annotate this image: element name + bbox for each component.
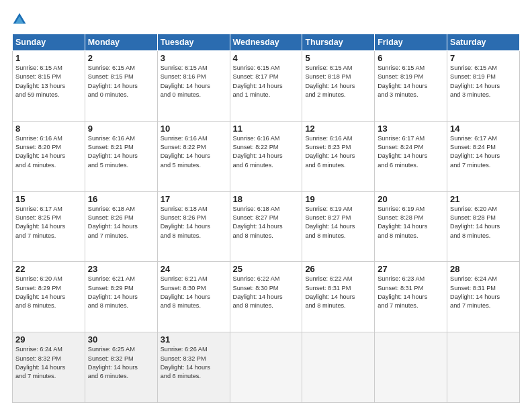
calendar-cell: 19Sunrise: 6:19 AMSunset: 8:27 PMDayligh… — [302, 191, 375, 262]
calendar-cell: 6Sunrise: 6:15 AMSunset: 8:19 PMDaylight… — [375, 51, 447, 122]
day-info: Sunrise: 6:15 AMSunset: 8:15 PMDaylight:… — [88, 64, 154, 99]
day-info: Sunrise: 6:18 AMSunset: 8:26 PMDaylight:… — [161, 205, 227, 240]
day-number: 21 — [450, 194, 517, 204]
day-info: Sunrise: 6:16 AMSunset: 8:22 PMDaylight:… — [161, 134, 227, 170]
calendar-table: SundayMondayTuesdayWednesdayThursdayFrid… — [12, 34, 520, 403]
day-number: 20 — [378, 194, 444, 204]
calendar-cell: 18Sunrise: 6:18 AMSunset: 8:27 PMDayligh… — [230, 191, 302, 262]
day-number: 2 — [88, 53, 154, 63]
calendar-cell: 17Sunrise: 6:18 AMSunset: 8:26 PMDayligh… — [157, 191, 230, 262]
calendar-cell: 10Sunrise: 6:16 AMSunset: 8:22 PMDayligh… — [157, 121, 230, 191]
day-info: Sunrise: 6:18 AMSunset: 8:27 PMDaylight:… — [233, 205, 300, 240]
day-header-thursday: Thursday — [302, 34, 375, 51]
calendar-cell: 29Sunrise: 6:24 AMSunset: 8:32 PMDayligh… — [13, 332, 85, 403]
calendar-cell: 14Sunrise: 6:17 AMSunset: 8:24 PMDayligh… — [447, 121, 520, 191]
calendar-cell: 15Sunrise: 6:17 AMSunset: 8:25 PMDayligh… — [13, 191, 85, 262]
day-number: 15 — [15, 194, 82, 204]
calendar-cell — [302, 332, 375, 403]
day-info: Sunrise: 6:25 AMSunset: 8:32 PMDaylight:… — [88, 345, 154, 381]
day-header-sunday: Sunday — [13, 34, 85, 51]
page: SundayMondayTuesdayWednesdayThursdayFrid… — [0, 0, 532, 411]
calendar-week-row: 1Sunrise: 6:15 AMSunset: 8:15 PMDaylight… — [13, 51, 520, 122]
logo — [12, 12, 30, 27]
day-header-tuesday: Tuesday — [157, 34, 230, 51]
calendar-cell: 24Sunrise: 6:21 AMSunset: 8:30 PMDayligh… — [157, 262, 230, 332]
calendar-cell: 27Sunrise: 6:23 AMSunset: 8:31 PMDayligh… — [375, 262, 447, 332]
day-info: Sunrise: 6:26 AMSunset: 8:32 PMDaylight:… — [161, 345, 227, 381]
calendar-cell: 31Sunrise: 6:26 AMSunset: 8:32 PMDayligh… — [157, 332, 230, 403]
day-number: 7 — [450, 53, 517, 63]
calendar-cell: 12Sunrise: 6:16 AMSunset: 8:23 PMDayligh… — [302, 121, 375, 191]
day-info: Sunrise: 6:17 AMSunset: 8:25 PMDaylight:… — [15, 205, 82, 240]
day-number: 10 — [161, 124, 227, 134]
day-number: 4 — [233, 53, 300, 63]
calendar-cell: 22Sunrise: 6:20 AMSunset: 8:29 PMDayligh… — [13, 262, 85, 332]
day-header-friday: Friday — [375, 34, 447, 51]
day-info: Sunrise: 6:21 AMSunset: 8:30 PMDaylight:… — [161, 275, 227, 310]
day-number: 26 — [305, 264, 371, 274]
calendar-cell: 26Sunrise: 6:22 AMSunset: 8:31 PMDayligh… — [302, 262, 375, 332]
day-info: Sunrise: 6:16 AMSunset: 8:20 PMDaylight:… — [15, 134, 82, 170]
calendar-cell: 8Sunrise: 6:16 AMSunset: 8:20 PMDaylight… — [13, 121, 85, 191]
logo-icon — [12, 12, 27, 27]
day-number: 31 — [161, 334, 227, 345]
day-number: 1 — [15, 53, 82, 63]
day-info: Sunrise: 6:15 AMSunset: 8:19 PMDaylight:… — [450, 64, 517, 99]
day-info: Sunrise: 6:17 AMSunset: 8:24 PMDaylight:… — [378, 134, 444, 170]
day-info: Sunrise: 6:22 AMSunset: 8:31 PMDaylight:… — [305, 275, 371, 310]
day-number: 12 — [305, 124, 371, 134]
calendar-cell: 1Sunrise: 6:15 AMSunset: 8:15 PMDaylight… — [13, 51, 85, 122]
day-info: Sunrise: 6:21 AMSunset: 8:29 PMDaylight:… — [88, 275, 154, 310]
day-number: 19 — [305, 194, 371, 204]
day-info: Sunrise: 6:22 AMSunset: 8:30 PMDaylight:… — [233, 275, 300, 310]
day-info: Sunrise: 6:20 AMSunset: 8:28 PMDaylight:… — [450, 205, 517, 240]
day-info: Sunrise: 6:15 AMSunset: 8:15 PMDaylight:… — [15, 64, 82, 99]
day-info: Sunrise: 6:15 AMSunset: 8:19 PMDaylight:… — [378, 64, 444, 99]
day-info: Sunrise: 6:19 AMSunset: 8:27 PMDaylight:… — [305, 205, 371, 240]
day-number: 8 — [15, 124, 82, 134]
day-info: Sunrise: 6:15 AMSunset: 8:17 PMDaylight:… — [233, 64, 300, 99]
day-info: Sunrise: 6:16 AMSunset: 8:21 PMDaylight:… — [88, 134, 154, 170]
day-header-saturday: Saturday — [447, 34, 520, 51]
day-number: 22 — [15, 264, 82, 274]
day-number: 6 — [378, 53, 444, 63]
calendar-cell — [447, 332, 520, 403]
calendar-week-row: 8Sunrise: 6:16 AMSunset: 8:20 PMDaylight… — [13, 121, 520, 191]
day-number: 13 — [378, 124, 444, 134]
calendar-cell: 20Sunrise: 6:19 AMSunset: 8:28 PMDayligh… — [375, 191, 447, 262]
day-number: 14 — [450, 124, 517, 134]
calendar-cell: 2Sunrise: 6:15 AMSunset: 8:15 PMDaylight… — [85, 51, 157, 122]
day-number: 25 — [233, 264, 300, 274]
day-info: Sunrise: 6:24 AMSunset: 8:32 PMDaylight:… — [15, 345, 82, 381]
day-number: 5 — [305, 53, 371, 63]
calendar-week-row: 22Sunrise: 6:20 AMSunset: 8:29 PMDayligh… — [13, 262, 520, 332]
day-info: Sunrise: 6:24 AMSunset: 8:31 PMDaylight:… — [450, 275, 517, 310]
day-number: 16 — [88, 194, 154, 204]
day-number: 23 — [88, 264, 154, 274]
day-info: Sunrise: 6:15 AMSunset: 8:18 PMDaylight:… — [305, 64, 371, 99]
calendar-cell: 25Sunrise: 6:22 AMSunset: 8:30 PMDayligh… — [230, 262, 302, 332]
calendar-header-row: SundayMondayTuesdayWednesdayThursdayFrid… — [13, 34, 520, 51]
day-number: 28 — [450, 264, 517, 274]
day-info: Sunrise: 6:15 AMSunset: 8:16 PMDaylight:… — [161, 64, 227, 99]
calendar-cell: 23Sunrise: 6:21 AMSunset: 8:29 PMDayligh… — [85, 262, 157, 332]
calendar-cell: 3Sunrise: 6:15 AMSunset: 8:16 PMDaylight… — [157, 51, 230, 122]
calendar-week-row: 29Sunrise: 6:24 AMSunset: 8:32 PMDayligh… — [13, 332, 520, 403]
day-number: 9 — [88, 124, 154, 134]
calendar-cell: 28Sunrise: 6:24 AMSunset: 8:31 PMDayligh… — [447, 262, 520, 332]
calendar-cell: 11Sunrise: 6:16 AMSunset: 8:22 PMDayligh… — [230, 121, 302, 191]
calendar-cell: 5Sunrise: 6:15 AMSunset: 8:18 PMDaylight… — [302, 51, 375, 122]
day-number: 17 — [161, 194, 227, 204]
calendar-cell: 9Sunrise: 6:16 AMSunset: 8:21 PMDaylight… — [85, 121, 157, 191]
day-info: Sunrise: 6:16 AMSunset: 8:23 PMDaylight:… — [305, 134, 371, 170]
calendar-cell: 30Sunrise: 6:25 AMSunset: 8:32 PMDayligh… — [85, 332, 157, 403]
day-header-monday: Monday — [85, 34, 157, 51]
day-header-wednesday: Wednesday — [230, 34, 302, 51]
calendar-week-row: 15Sunrise: 6:17 AMSunset: 8:25 PMDayligh… — [13, 191, 520, 262]
day-number: 30 — [88, 334, 154, 345]
calendar-cell — [230, 332, 302, 403]
day-number: 3 — [161, 53, 227, 63]
day-info: Sunrise: 6:16 AMSunset: 8:22 PMDaylight:… — [233, 134, 300, 170]
day-number: 27 — [378, 264, 444, 274]
day-number: 29 — [15, 334, 82, 345]
